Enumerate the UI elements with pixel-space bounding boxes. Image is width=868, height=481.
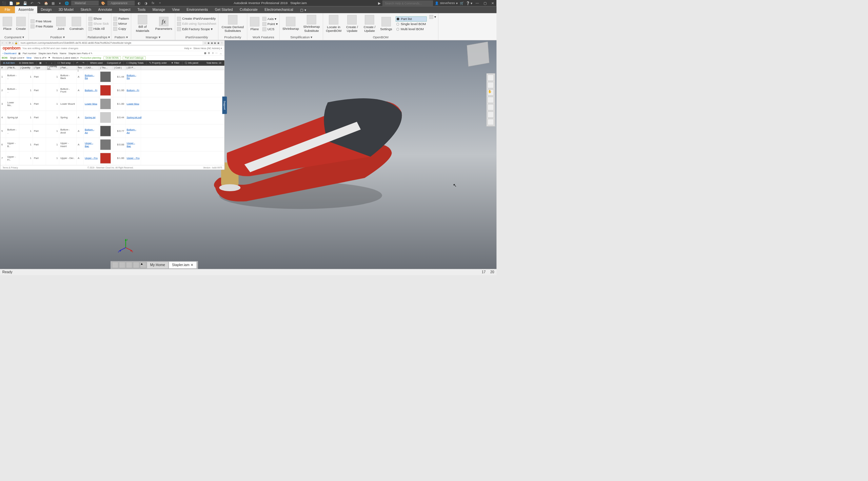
tab-myhome[interactable]: My Home xyxy=(147,262,168,268)
derived-substitutes-button[interactable]: Create Derived Substitutes xyxy=(219,14,246,34)
delete-item-button[interactable]: ⊖ Delete item xyxy=(18,61,35,65)
cell-2dpdf[interactable]: Spring.ipt.pdf xyxy=(125,111,141,124)
help-icon[interactable]: ❔ ▾ xyxy=(466,1,473,5)
joint-button[interactable]: Joint xyxy=(55,16,67,32)
down-icon[interactable]: ↓ xyxy=(50,61,54,65)
settings-button[interactable]: Settings xyxy=(379,16,394,32)
browser-home-icon[interactable]: ⌂ xyxy=(12,41,13,44)
help-link[interactable]: Help ▾ xyxy=(184,47,191,50)
bc-share-icon[interactable]: ⇪ xyxy=(212,52,214,55)
th-cad[interactable]: | CAD… xyxy=(84,66,99,70)
edit-factory-scope-button[interactable]: Edit Factory Scope ▾ xyxy=(176,26,217,31)
cell-filename[interactable]: Lower Mo.. xyxy=(6,97,19,111)
radio-single-bom[interactable]: Single level BOM xyxy=(396,22,427,26)
dashboard-link[interactable]: ‹ Dashboard xyxy=(2,52,16,55)
cell-thumb[interactable] xyxy=(99,70,113,83)
appearance-icon[interactable]: 🎨 xyxy=(100,1,105,6)
view-icon-4[interactable] xyxy=(133,262,139,268)
cell-2dpdf[interactable]: Bottom - An xyxy=(125,124,141,138)
cell-cost[interactable]: $ 1.00 xyxy=(113,152,125,165)
cell-type[interactable]: Part xyxy=(33,70,46,83)
cell-filename[interactable]: Bottom - .. xyxy=(6,124,19,138)
cell-qtyon[interactable]: 1 xyxy=(46,152,59,165)
bom-button[interactable]: Bill of Materials xyxy=(132,14,153,34)
tab-collaborate[interactable]: Collaborate xyxy=(236,6,261,13)
cell-cad[interactable]: Lower Mou xyxy=(84,97,99,111)
redo-icon[interactable]: ↷ xyxy=(37,1,42,6)
cell-thumb[interactable] xyxy=(99,97,113,111)
info-panel-button[interactable]: ⓘ Info panel xyxy=(183,61,200,65)
cell-filename[interactable]: Upper - B.. xyxy=(6,138,19,151)
cell-qty[interactable]: 1 xyxy=(19,97,33,111)
bc-name-value[interactable]: Stapler.iam-Parts-4 ✎ xyxy=(68,52,93,55)
tab-annotate[interactable]: Annotate xyxy=(95,6,116,13)
edit-spreadsheet-button[interactable]: Edit using Spreadsheet xyxy=(176,21,217,26)
table-row[interactable]: 7Upper - Fr..1Part1Upper - Der..AUpper -… xyxy=(0,152,224,165)
bc-collapse-icon[interactable]: ︿ xyxy=(220,52,222,55)
bc-more-icon[interactable]: ⋯ xyxy=(215,52,218,55)
update-icon[interactable]: ▦ xyxy=(51,1,56,6)
cell-thumb[interactable] xyxy=(99,124,113,138)
cell-filename[interactable]: Spring.ipt xyxy=(6,111,19,124)
table-row[interactable]: 4Spring.ipt1Part1SpringASpring.ipt$ 0.44… xyxy=(0,111,224,124)
th-rev[interactable]: | Rev | xyxy=(77,66,84,70)
close-icon[interactable]: ✕ xyxy=(490,1,496,5)
axis-button[interactable]: Axis ▾ xyxy=(262,16,278,21)
cell-qty[interactable]: 1 xyxy=(19,111,33,124)
composedof-button[interactable]: Composed of xyxy=(105,61,122,65)
bc-grid-icon[interactable]: ▦ xyxy=(204,52,206,55)
cell-type[interactable]: Part xyxy=(33,138,46,151)
nav-look-icon[interactable] xyxy=(488,104,494,110)
bom-selector[interactable]: Single Level ▾ xyxy=(10,57,24,59)
plane-button[interactable]: Plane xyxy=(249,16,261,32)
cell-cost[interactable]: $ 1.00 xyxy=(113,97,125,111)
cell-cost[interactable]: $ 0.77 xyxy=(113,124,125,138)
point-button[interactable]: Point ▾ xyxy=(262,22,278,26)
cell-qty[interactable]: 1 xyxy=(19,152,33,165)
ribbon-extra-dropdown[interactable]: ▾ xyxy=(429,14,437,19)
cell-thumb[interactable] xyxy=(99,84,113,97)
cart-icon[interactable]: 🛒 xyxy=(460,1,464,5)
th-quantity[interactable]: | Quantity xyxy=(19,66,33,70)
cell-qty[interactable]: 1 xyxy=(19,70,33,83)
stapler-model[interactable] xyxy=(196,79,409,219)
cell-cad[interactable]: Upper - Fro xyxy=(84,152,99,165)
table-row[interactable]: 6Upper - B..1Part1Upper - InsertAUpper -… xyxy=(0,138,224,152)
tab-getstarted[interactable]: Get Started xyxy=(212,6,236,13)
view-icon-1[interactable] xyxy=(112,262,118,268)
bc-icon[interactable]: ▦ xyxy=(18,52,21,55)
th-filename[interactable]: | File N.. xyxy=(6,66,19,70)
parameters-button[interactable]: fxParameters xyxy=(154,16,174,32)
ucs-button[interactable]: UCS xyxy=(262,27,278,32)
cell-qtyon[interactable]: 1 xyxy=(46,97,59,111)
redo-icon[interactable]: ↷ xyxy=(81,61,86,65)
cell-part[interactable]: Spring xyxy=(59,111,76,124)
view-up-icon[interactable]: ▲ xyxy=(140,262,146,268)
pattern-button[interactable]: Pattern xyxy=(113,17,130,21)
filter-button[interactable]: ▼ Filter xyxy=(170,61,181,65)
th-type[interactable]: | Type xyxy=(33,66,46,70)
mirror-button[interactable]: Mirror xyxy=(113,21,130,26)
help-search-input[interactable] xyxy=(382,0,433,5)
cell-qtyon[interactable]: 1 xyxy=(46,124,59,138)
tab-extra-icon[interactable]: ▢ ▾ xyxy=(297,6,310,13)
cell-rev[interactable]: A xyxy=(77,152,84,165)
cell-2dpdf[interactable]: Bottom - Ba xyxy=(125,70,141,83)
cell-part[interactable]: Lower Mount xyxy=(59,97,76,111)
view-icon-3[interactable] xyxy=(126,262,132,268)
material-dropdown[interactable]: Material xyxy=(71,1,98,5)
place-button[interactable]: Place xyxy=(1,16,14,32)
cell-thumb[interactable] xyxy=(99,152,113,165)
cell-part[interactable]: Upper - Insert xyxy=(59,138,76,151)
part-catalogs-chip[interactable]: Part and Catalogs xyxy=(123,56,146,60)
shrinkwrap-button[interactable]: Shrinkwrap xyxy=(281,16,300,32)
table-row[interactable]: 3Lower Mo..1Part1Lower MountLower Mou$ 1… xyxy=(0,97,224,111)
th-2dpdf[interactable]: | 2D P… xyxy=(125,66,141,70)
cell-part[interactable]: Bottom - Back xyxy=(59,70,76,83)
url-bar[interactable]: bom.openbom.com/spreadsheet/bom/33de0065… xyxy=(19,41,203,45)
cell-type[interactable]: Part xyxy=(33,97,46,111)
cell-rev[interactable]: A xyxy=(77,111,84,124)
tab-environments[interactable]: Environments xyxy=(183,6,212,13)
th-index[interactable]: # xyxy=(0,66,6,70)
qat-icon1[interactable]: ◐ xyxy=(137,1,142,6)
